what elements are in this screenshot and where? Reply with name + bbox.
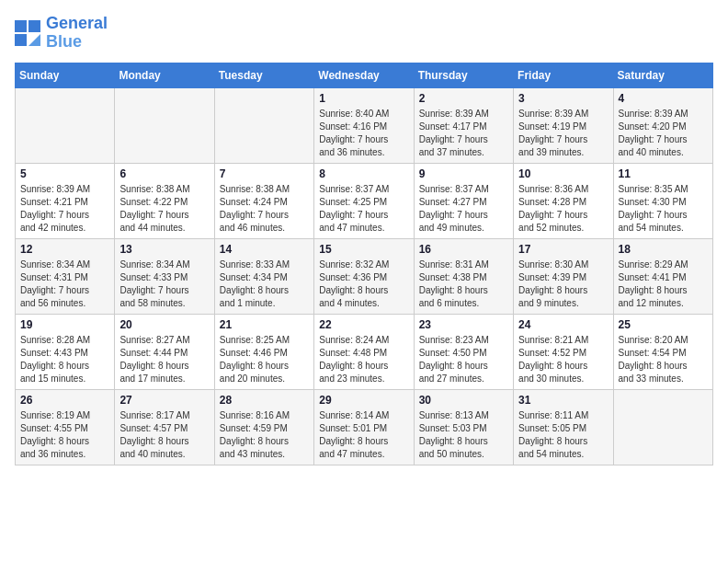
day-number: 12 [20, 243, 109, 256]
day-content-line: Sunrise: 8:39 AM [518, 108, 608, 121]
calendar-cell: 26Sunrise: 8:19 AMSunset: 4:55 PMDayligh… [16, 389, 115, 465]
calendar-cell: 2Sunrise: 8:39 AMSunset: 4:17 PMDaylight… [414, 87, 513, 163]
day-number: 3 [518, 92, 608, 105]
day-content-line: Sunrise: 8:32 AM [319, 259, 408, 271]
day-content-line: and 50 minutes. [419, 448, 508, 461]
calendar-cell: 23Sunrise: 8:23 AMSunset: 4:50 PMDayligh… [414, 314, 513, 389]
day-content-line: and 52 minutes. [518, 222, 608, 235]
day-content-line: Daylight: 8 hours [319, 435, 408, 448]
day-number: 26 [20, 394, 109, 407]
day-content-line: Daylight: 8 hours [220, 284, 309, 297]
day-content-line: Sunrise: 8:37 AM [419, 183, 508, 196]
day-content-line: Sunrise: 8:19 AM [20, 409, 109, 422]
day-content-line: Sunrise: 8:13 AM [419, 409, 508, 422]
day-content-line: and 15 minutes. [20, 373, 109, 385]
day-content-line: Sunset: 4:27 PM [419, 196, 508, 209]
day-content-line: Daylight: 7 hours [419, 209, 508, 222]
day-content-line: Daylight: 7 hours [518, 209, 608, 222]
day-number: 7 [220, 167, 309, 180]
day-content-line: Daylight: 8 hours [419, 435, 508, 448]
calendar-cell [115, 87, 214, 163]
day-content-line: and 12 minutes. [619, 297, 708, 310]
day-content-line: and 30 minutes. [518, 373, 608, 385]
day-content-line: Daylight: 8 hours [20, 435, 109, 448]
day-content-line: Sunset: 4:36 PM [319, 271, 408, 284]
day-content-line: Sunset: 4:48 PM [319, 347, 408, 360]
day-number: 28 [220, 394, 309, 407]
day-content-line: Sunrise: 8:29 AM [619, 259, 708, 271]
day-content-line: Daylight: 8 hours [319, 284, 408, 297]
day-content-line: Sunset: 5:01 PM [319, 422, 408, 435]
day-content-line: and 54 minutes. [619, 222, 708, 235]
day-content-line: Daylight: 8 hours [419, 360, 508, 373]
day-content-line: Sunset: 4:21 PM [20, 196, 109, 209]
day-content-line: Daylight: 7 hours [619, 209, 708, 222]
svg-rect-1 [28, 20, 40, 32]
day-number: 20 [119, 318, 209, 331]
day-content-line: and 56 minutes. [20, 297, 109, 310]
day-content-line: Sunrise: 8:36 AM [518, 183, 608, 196]
calendar-cell [214, 87, 313, 163]
day-content-line: and 36 minutes. [20, 448, 109, 461]
day-content-line: and 44 minutes. [119, 222, 209, 235]
day-content-line: Daylight: 7 hours [319, 209, 408, 222]
day-content-line: and 6 minutes. [419, 297, 508, 310]
day-number: 1 [319, 92, 408, 105]
day-content-line: Sunrise: 8:30 AM [518, 259, 608, 271]
day-number: 31 [518, 394, 608, 407]
day-content-line: Sunset: 4:33 PM [119, 271, 209, 284]
day-content-line: and 4 minutes. [319, 297, 408, 310]
day-number: 19 [20, 318, 109, 331]
day-content-line: Sunset: 4:31 PM [20, 271, 109, 284]
day-content-line: Daylight: 7 hours [220, 209, 309, 222]
logo-icon [15, 20, 40, 46]
day-content-line: Sunset: 4:16 PM [319, 121, 408, 133]
day-content-line: Sunrise: 8:16 AM [220, 409, 309, 422]
weekday-header-tuesday: Tuesday [214, 63, 313, 87]
day-content-line: and 40 minutes. [619, 146, 708, 159]
day-number: 16 [419, 243, 508, 256]
logo-text: General Blue [46, 15, 108, 52]
day-content-line: and 27 minutes. [419, 373, 508, 385]
day-content-line: Daylight: 7 hours [119, 209, 209, 222]
day-number: 8 [319, 167, 408, 180]
day-content-line: Sunrise: 8:27 AM [119, 334, 209, 347]
day-content-line: and 47 minutes. [319, 448, 408, 461]
calendar-week-row: 1Sunrise: 8:40 AMSunset: 4:16 PMDaylight… [16, 87, 713, 163]
day-content-line: Daylight: 8 hours [220, 435, 309, 448]
day-number: 10 [518, 167, 608, 180]
calendar-cell: 7Sunrise: 8:38 AMSunset: 4:24 PMDaylight… [214, 163, 313, 238]
day-content-line: Daylight: 8 hours [619, 360, 708, 373]
calendar-cell: 25Sunrise: 8:20 AMSunset: 4:54 PMDayligh… [613, 314, 712, 389]
day-content-line: Daylight: 7 hours [419, 133, 508, 146]
weekday-header-friday: Friday [514, 63, 613, 87]
day-content-line: Sunset: 4:39 PM [518, 271, 608, 284]
day-content-line: Daylight: 7 hours [319, 133, 408, 146]
day-content-line: and 49 minutes. [419, 222, 508, 235]
day-number: 30 [419, 394, 508, 407]
day-number: 13 [119, 243, 209, 256]
day-content-line: Sunrise: 8:31 AM [419, 259, 508, 271]
day-number: 18 [619, 243, 708, 256]
calendar-cell: 28Sunrise: 8:16 AMSunset: 4:59 PMDayligh… [214, 389, 313, 465]
weekday-header-row: SundayMondayTuesdayWednesdayThursdayFrid… [16, 63, 713, 87]
calendar-cell: 27Sunrise: 8:17 AMSunset: 4:57 PMDayligh… [115, 389, 214, 465]
calendar-cell: 18Sunrise: 8:29 AMSunset: 4:41 PMDayligh… [613, 238, 712, 314]
day-content-line: Sunset: 4:38 PM [419, 271, 508, 284]
day-content-line: Sunset: 4:34 PM [220, 271, 309, 284]
day-content-line: Daylight: 7 hours [20, 284, 109, 297]
day-content-line: Daylight: 8 hours [419, 284, 508, 297]
day-number: 22 [319, 318, 408, 331]
weekday-header-sunday: Sunday [16, 63, 115, 87]
calendar-cell: 9Sunrise: 8:37 AMSunset: 4:27 PMDaylight… [414, 163, 513, 238]
weekday-header-monday: Monday [115, 63, 214, 87]
day-content-line: Daylight: 8 hours [518, 435, 608, 448]
calendar-cell: 10Sunrise: 8:36 AMSunset: 4:28 PMDayligh… [514, 163, 613, 238]
weekday-header-saturday: Saturday [613, 63, 712, 87]
day-content-line: Sunset: 4:59 PM [220, 422, 309, 435]
day-content-line: Sunset: 4:55 PM [20, 422, 109, 435]
day-number: 5 [20, 167, 109, 180]
day-content-line: and 23 minutes. [319, 373, 408, 385]
day-number: 9 [419, 167, 508, 180]
day-content-line: Sunset: 4:43 PM [20, 347, 109, 360]
